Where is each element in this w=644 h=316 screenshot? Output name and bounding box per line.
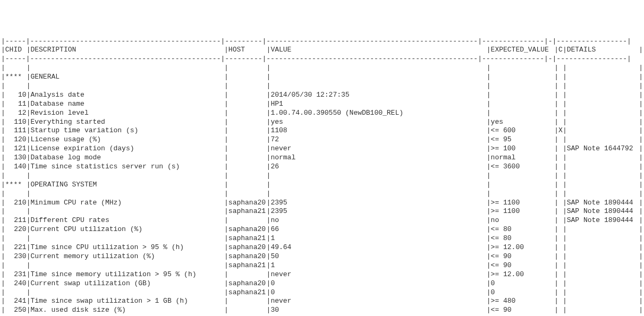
column-separator: |	[487, 82, 491, 91]
column-separator: |	[224, 153, 228, 163]
column-separator: |	[639, 46, 643, 55]
header-value: VALUE	[270, 46, 486, 55]
data-row: |||saphana21|2395|>= 1100||SAP Note 1890…	[1, 207, 643, 216]
cell-details: SAP Note 1890444	[567, 207, 639, 216]
cell-details: SAP Note 1644792	[567, 144, 639, 153]
column-separator: |	[639, 216, 643, 225]
column-separator: |	[487, 252, 491, 261]
column-separator: |	[639, 270, 643, 279]
cell-details: SAP Note 1890444	[567, 216, 639, 225]
cell-description: Current memory utilization (%)	[30, 252, 224, 261]
cell-chid: 12	[5, 109, 27, 118]
cell-expected-value: <= 90	[491, 252, 555, 261]
column-separator: |	[1, 199, 5, 208]
cell-expected-value: normal	[491, 153, 555, 163]
cell-value: yes	[270, 118, 486, 127]
column-separator: |	[487, 181, 491, 190]
column-separator: |	[27, 207, 31, 216]
column-separator: |	[639, 306, 643, 315]
column-separator: |	[27, 234, 31, 243]
column-separator: |	[639, 225, 643, 234]
column-separator: |	[224, 46, 228, 55]
column-separator: |	[487, 135, 491, 144]
column-separator: |	[224, 306, 228, 315]
column-separator: |	[267, 153, 271, 163]
cell-expected-value: yes	[491, 118, 555, 127]
cell-expected-value: <= 90	[491, 261, 555, 270]
column-separator: |	[487, 243, 491, 252]
data-row: |||saphana21|0|0|||	[1, 288, 643, 297]
column-separator: |	[487, 261, 491, 270]
cell-description: Minimum CPU rate (MHz)	[30, 199, 224, 208]
data-row: |220|Current CPU utilization (%)|saphana…	[1, 225, 643, 234]
sql-report: |-----|---------------------------------…	[1, 37, 643, 316]
column-separator: |	[563, 279, 567, 288]
column-separator: |	[554, 225, 558, 234]
column-separator: |	[224, 288, 228, 297]
header-expected-value: EXPECTED_VALUE	[491, 46, 555, 55]
data-row: |130|Database log mode||normal|normal|||	[1, 153, 643, 163]
column-separator: |	[639, 190, 643, 199]
column-separator: |	[224, 199, 228, 208]
column-separator: |	[267, 261, 271, 270]
cell-chid: 111	[5, 126, 27, 135]
column-separator: |	[554, 288, 558, 297]
column-separator: |	[27, 144, 31, 153]
column-separator: |	[554, 306, 558, 315]
column-separator: |	[27, 306, 31, 315]
column-separator: |	[224, 172, 228, 181]
column-separator: |	[639, 126, 643, 135]
cell-expected-value: >= 1100	[491, 199, 555, 208]
data-row: |231|Time since memory utilization > 95 …	[1, 270, 643, 279]
column-separator: |	[224, 225, 228, 234]
column-separator: |	[1, 126, 5, 135]
column-separator: |	[563, 297, 567, 306]
column-separator: |	[563, 234, 567, 243]
column-separator: |	[267, 126, 271, 135]
report-row: |**** |GENERAL||||||	[1, 73, 643, 82]
column-separator: |	[1, 82, 5, 91]
header-description: DESCRIPTION	[30, 46, 224, 55]
report-row: | |||||||	[1, 190, 643, 199]
column-separator: |	[554, 126, 558, 135]
cell-host: saphana20	[228, 279, 267, 288]
column-separator: |	[224, 270, 228, 279]
data-row: |240|Current swap utilization (GB)|sapha…	[1, 279, 643, 288]
cell-chid: 130	[5, 153, 27, 163]
cell-description: Startup time variation (s)	[30, 126, 224, 135]
column-separator: |	[487, 109, 491, 118]
cell-description: Max. used disk size (%)	[30, 306, 224, 315]
column-separator: |	[563, 73, 567, 82]
column-separator: |	[487, 225, 491, 234]
report-row: |CHID |DESCRIPTION|HOST|VALUE|EXPECTED_V…	[1, 46, 643, 55]
column-separator: |	[639, 91, 643, 100]
column-separator: |	[487, 100, 491, 109]
column-separator: |	[1, 100, 5, 109]
column-separator: |	[639, 118, 643, 127]
column-separator: |	[487, 306, 491, 315]
cell-expected-value: <= 3600	[491, 163, 555, 172]
column-separator: |	[224, 126, 228, 135]
section-marker: ****	[5, 181, 27, 190]
column-separator: |	[487, 288, 491, 297]
column-separator: |	[554, 163, 558, 172]
column-separator: |	[27, 163, 31, 172]
header-details: DETAILS	[567, 46, 639, 55]
cell-value: no	[270, 216, 486, 225]
column-separator: |	[639, 252, 643, 261]
column-separator: |	[563, 252, 567, 261]
column-separator: |	[27, 225, 31, 234]
column-separator: |	[1, 64, 5, 73]
column-separator: |	[224, 181, 228, 190]
column-separator: |	[554, 172, 558, 181]
header-chid: CHID	[5, 46, 27, 55]
column-separator: |	[563, 306, 567, 315]
column-separator: |	[554, 135, 558, 144]
column-separator: |	[224, 118, 228, 127]
data-row: |12|Revision level||1.00.74.00.390550 (N…	[1, 109, 643, 118]
column-separator: |	[224, 64, 228, 73]
column-separator: |	[639, 207, 643, 216]
column-separator: |	[563, 243, 567, 252]
cell-chid: 221	[5, 243, 27, 252]
column-separator: |	[224, 100, 228, 109]
